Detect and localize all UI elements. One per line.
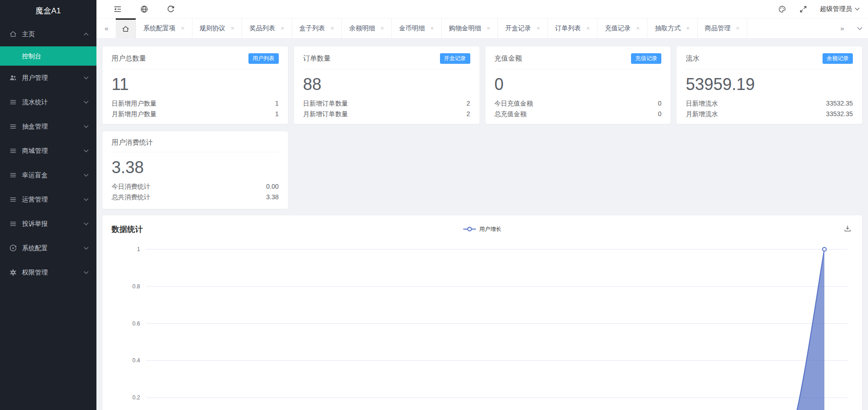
tab-list-dropdown[interactable] [851,18,868,38]
tab-label: 订单列表 [555,24,581,33]
chevron-down-icon [855,7,860,11]
y-axis-tick-label: 0.6 [132,320,140,327]
tab-item[interactable]: 订单列表× [548,18,598,38]
close-tab-icon[interactable]: × [736,25,740,31]
sidebar-subitem[interactable]: 控制台 [0,46,96,66]
stat-row-value: 2 [467,98,470,109]
tabs-scroll-right[interactable]: » [832,18,851,38]
tab-item[interactable]: 购物金明细× [442,18,498,38]
close-tab-icon[interactable]: × [231,25,235,31]
stat-row-label: 日新增用户数量 [112,98,157,109]
sidebar-item[interactable]: 流水统计 [0,90,96,114]
home-icon [122,25,130,33]
user-name: 超级管理员 [820,5,852,13]
sidebar-item[interactable]: 系统配置 [0,236,96,260]
tab-home[interactable] [116,18,136,38]
close-tab-icon[interactable]: × [686,25,690,31]
sidebar-item-label: 商城管理 [22,147,84,155]
close-tab-icon[interactable]: × [181,25,185,31]
chevron-down-icon [84,247,89,250]
close-tab-icon[interactable]: × [536,25,540,31]
chevron-down-icon [857,27,862,30]
close-tab-icon[interactable]: × [430,25,434,31]
download-chart-icon[interactable] [844,225,853,234]
area-fill [146,249,824,410]
list-icon [9,196,17,203]
close-tab-icon[interactable]: × [331,25,334,31]
stat-card-value: 53959.19 [686,75,853,94]
stat-row-value: 0 [658,109,661,119]
chart-legend-item[interactable]: 用户增长 [463,225,502,233]
chart-panel: 数据统计 用户增长 0.20.40.60.81 [102,215,862,410]
tab-label: 抽取方式 [655,24,681,33]
chevron-down-icon [84,101,89,104]
tab-label: 规则协议 [200,24,225,33]
stat-row-label: 月新增订单数量 [303,109,348,119]
stat-row-label: 今日充值金额 [495,98,533,109]
stat-card-row: 总充值金额0 [495,109,662,119]
sidebar: 魔盒A1 主页控制台用户管理流水统计抽盒管理商城管理幸运盲盒运营管理投诉举报系统… [0,0,96,410]
stat-row-label: 总共消费统计 [112,192,150,202]
sidebar-submenu: 控制台 [0,46,96,66]
sidebar-item-label: 抽盒管理 [22,123,84,131]
sidebar-item-label: 流水统计 [22,98,84,107]
sidebar-menu: 主页控制台用户管理流水统计抽盒管理商城管理幸运盲盒运营管理投诉举报系统配置权限管… [0,22,96,285]
sidebar-item[interactable]: 商城管理 [0,139,96,163]
close-tab-icon[interactable]: × [586,25,590,31]
tab-item[interactable]: 开盒记录× [498,18,548,38]
stat-card-header: 用户总数量用户列表 [112,53,279,69]
theme-palette-icon[interactable] [778,5,787,14]
tab-label: 商品管理 [705,24,731,33]
y-axis-tick-label: 0.2 [132,394,140,401]
sidebar-item-label: 用户管理 [22,74,84,82]
tab-item[interactable]: 充值记录× [597,18,648,38]
stat-card-badge-link[interactable]: 用户列表 [248,53,279,64]
tab-item[interactable]: 金币明细× [392,18,442,38]
y-axis-tick-label: 0.8 [132,283,140,290]
list-icon [9,98,17,106]
stat-card-value: 11 [112,75,279,94]
sidebar-item[interactable]: 幸运盲盒 [0,163,96,187]
stat-card-header: 用户消费统计 [112,138,279,152]
sidebar-item[interactable]: 用户管理 [0,66,96,90]
tab-item[interactable]: 系统配置项× [136,18,192,38]
sidebar-item[interactable]: 抽盒管理 [0,114,96,139]
close-tab-icon[interactable]: × [487,25,490,31]
stat-card-row: 月新增订单数量2 [303,109,470,119]
chevron-down-icon [84,76,89,80]
stat-cards-row-2: 用户消费统计3.38今日消费统计0.00总共消费统计3.38 [102,131,862,209]
sidebar-item[interactable]: 投诉举报 [0,212,96,236]
stat-card-badge-link[interactable]: 充值记录 [631,53,661,64]
app-root: 魔盒A1 主页控制台用户管理流水统计抽盒管理商城管理幸运盲盒运营管理投诉举报系统… [0,0,868,410]
tab-item[interactable]: 商品管理× [698,18,748,38]
chevron-down-icon [84,125,89,129]
sidebar-item[interactable]: 权限管理 [0,260,96,285]
close-tab-icon[interactable]: × [636,25,640,31]
refresh-icon[interactable] [166,5,175,14]
stat-card-row: 月新增用户数量1 [112,109,279,119]
close-tab-icon[interactable]: × [380,25,384,31]
collapse-sidebar-icon[interactable] [113,5,122,14]
stat-row-label: 日新增订单数量 [303,98,348,109]
home-icon [9,30,17,38]
close-tab-icon[interactable]: × [281,25,284,31]
tab-item[interactable]: 规则协议× [192,18,242,38]
sidebar-item[interactable]: 主页 [0,22,96,46]
stat-card-value: 88 [303,75,470,94]
stat-card-badge-link[interactable]: 开盒记录 [440,53,470,64]
tab-item[interactable]: 抽取方式× [648,18,698,38]
tabs-scroll-left[interactable]: « [96,18,116,38]
user-menu[interactable]: 超级管理员 [820,5,860,13]
fullscreen-icon[interactable] [799,5,808,14]
tab-item[interactable]: 奖品列表× [242,18,292,38]
stat-row-value: 0.00 [266,181,279,192]
tab-item[interactable]: 盒子列表× [292,18,342,38]
sidebar-item-label: 运营管理 [22,196,84,204]
tab-item[interactable]: 余额明细× [342,18,392,38]
sidebar-item[interactable]: 运营管理 [0,187,96,212]
stat-row-label: 总充值金额 [495,109,527,119]
stat-card-badge-link[interactable]: 余额记录 [823,53,853,64]
chevron-down-icon [84,149,89,153]
chevron-up-icon [84,33,89,36]
language-icon[interactable] [140,5,149,14]
